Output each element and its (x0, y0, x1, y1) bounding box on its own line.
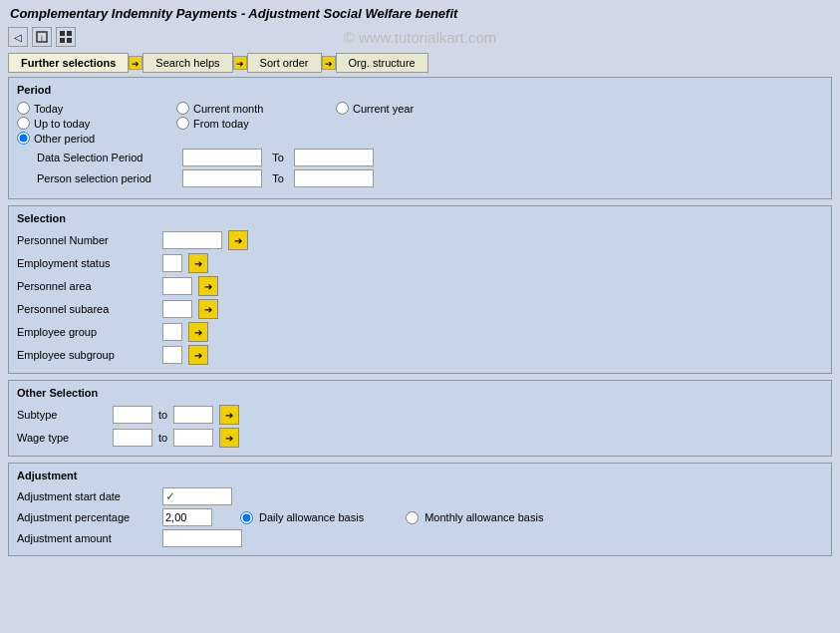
data-selection-to-label: To (268, 152, 288, 163)
subtype-arrow[interactable]: ➔ (219, 405, 239, 425)
tab-sort-order[interactable]: Sort order (247, 53, 322, 73)
tab-arrow-3: ➔ (322, 56, 336, 70)
personnel-number-row: Personnel Number ➔ (17, 230, 823, 250)
radio-up-to-today[interactable] (17, 117, 30, 130)
adj-percentage-input[interactable] (162, 508, 212, 526)
radio-today-label: Today (34, 103, 63, 115)
subtype-row: Subtype to ➔ (17, 405, 823, 425)
employee-group-arrow[interactable]: ➔ (188, 322, 208, 342)
svg-rect-2 (60, 31, 65, 36)
radio-daily-allowance[interactable] (240, 511, 253, 524)
person-selection-from[interactable] (182, 169, 262, 187)
personnel-number-input[interactable] (162, 231, 222, 249)
back-icon[interactable]: ◁ (8, 27, 28, 47)
period-current-year: Current year (336, 102, 495, 115)
wage-type-arrow[interactable]: ➔ (219, 428, 239, 448)
other-sel-grid: Subtype to ➔ Wage type to ➔ (17, 405, 823, 448)
period-today: Today (17, 102, 176, 115)
radio-current-year[interactable] (336, 102, 349, 115)
adjustment-section: Adjustment Adjustment start date ✓ Adjus… (8, 463, 832, 556)
tab-search-helps-label: Search helps (155, 57, 219, 69)
toolbar: ◁ i © www.tutorialkart.com (0, 25, 840, 51)
tab-further-selections-label: Further selections (21, 57, 116, 69)
radio-current-month[interactable] (176, 102, 189, 115)
employee-subgroup-arrow[interactable]: ➔ (188, 345, 208, 365)
personnel-number-label: Personnel Number (17, 234, 156, 246)
person-selection-to[interactable] (294, 169, 374, 187)
svg-text:i: i (41, 34, 43, 43)
grid-icon[interactable] (56, 27, 76, 47)
personnel-area-input[interactable] (162, 277, 192, 295)
daily-allowance-label: Daily allowance basis (259, 511, 364, 523)
subtype-label: Subtype (17, 409, 107, 421)
data-selection-from[interactable] (182, 149, 262, 166)
period-other: Other period (17, 132, 176, 145)
data-selection-to[interactable] (294, 149, 374, 166)
employee-subgroup-row: Employee subgroup ➔ (17, 345, 823, 365)
tab-search-helps[interactable]: Search helps (142, 53, 232, 73)
personnel-subarea-arrow[interactable]: ➔ (198, 299, 218, 319)
main-content: Period Today Current month Current year … (0, 73, 840, 564)
period-options: Today Current month Current year Up to t… (17, 102, 823, 145)
employee-subgroup-input[interactable] (162, 346, 182, 364)
data-selection-period-row: Data Selection Period To (37, 149, 823, 166)
radio-other-period-label: Other period (34, 133, 95, 145)
tab-further-selections[interactable]: Further selections (8, 53, 129, 73)
period-from-today: From today (176, 117, 336, 130)
radio-up-to-today-label: Up to today (34, 118, 90, 130)
wage-type-to-input[interactable] (173, 429, 213, 447)
radio-from-today[interactable] (176, 117, 189, 130)
radio-monthly-allowance[interactable] (406, 511, 419, 524)
employee-group-input[interactable] (162, 323, 182, 341)
svg-rect-3 (67, 31, 72, 36)
tab-org-structure[interactable]: Org. structure (336, 53, 428, 73)
adj-amount-input[interactable] (162, 529, 242, 547)
personnel-area-label: Personnel area (17, 280, 156, 292)
watermark: © www.tutorialkart.com (344, 29, 497, 46)
personnel-subarea-label: Personnel subarea (17, 303, 156, 315)
employment-status-input[interactable] (162, 254, 182, 272)
other-selection-title: Other Selection (17, 387, 823, 399)
adj-start-date-row: Adjustment start date ✓ (17, 487, 823, 505)
employment-status-arrow[interactable]: ➔ (188, 253, 208, 273)
subtype-to-input[interactable] (173, 406, 213, 424)
adj-start-date-check-icon: ✓ (165, 489, 175, 503)
wage-type-to-label: to (158, 432, 167, 444)
tab-arrow-1: ➔ (129, 56, 142, 70)
adj-start-date-field[interactable]: ✓ (162, 487, 232, 505)
radio-from-today-label: From today (193, 118, 249, 130)
svg-rect-5 (67, 38, 72, 43)
adjustment-title: Adjustment (17, 470, 823, 481)
person-selection-to-label: To (268, 172, 288, 184)
radio-today[interactable] (17, 102, 30, 115)
adj-percentage-row: Adjustment percentage Daily allowance ba… (17, 508, 823, 526)
period-fields: Data Selection Period To Person selectio… (17, 149, 823, 187)
adj-amount-row: Adjustment amount (17, 529, 823, 547)
other-selection-section: Other Selection Subtype to ➔ Wage type t… (8, 380, 832, 457)
personnel-subarea-input[interactable] (162, 300, 192, 318)
radio-current-month-label: Current month (193, 103, 263, 115)
personnel-area-arrow[interactable]: ➔ (198, 276, 218, 296)
tab-arrow-2: ➔ (233, 56, 247, 70)
employment-status-row: Employment status ➔ (17, 253, 823, 273)
personnel-number-arrow[interactable]: ➔ (228, 230, 248, 250)
employee-subgroup-label: Employee subgroup (17, 349, 156, 361)
personnel-subarea-row: Personnel subarea ➔ (17, 299, 823, 319)
personnel-area-row: Personnel area ➔ (17, 276, 823, 296)
adj-grid: Adjustment start date ✓ Adjustment perce… (17, 487, 823, 547)
radio-other-period[interactable] (17, 132, 30, 145)
tab-sort-order-label: Sort order (260, 57, 309, 69)
person-selection-label: Person selection period (37, 172, 176, 184)
subtype-from-input[interactable] (113, 406, 152, 424)
monthly-allowance-label: Monthly allowance basis (424, 511, 543, 523)
adj-amount-label: Adjustment amount (17, 532, 156, 544)
period-current-month: Current month (176, 102, 336, 115)
selection-title: Selection (17, 212, 823, 224)
wage-type-from-input[interactable] (113, 429, 152, 447)
period-title: Period (17, 84, 823, 96)
wage-type-label: Wage type (17, 432, 107, 444)
wage-type-row: Wage type to ➔ (17, 428, 823, 448)
period-up-to-today: Up to today (17, 117, 176, 130)
selection-grid: Personnel Number ➔ Employment status ➔ P… (17, 230, 823, 365)
info-icon[interactable]: i (32, 27, 52, 47)
